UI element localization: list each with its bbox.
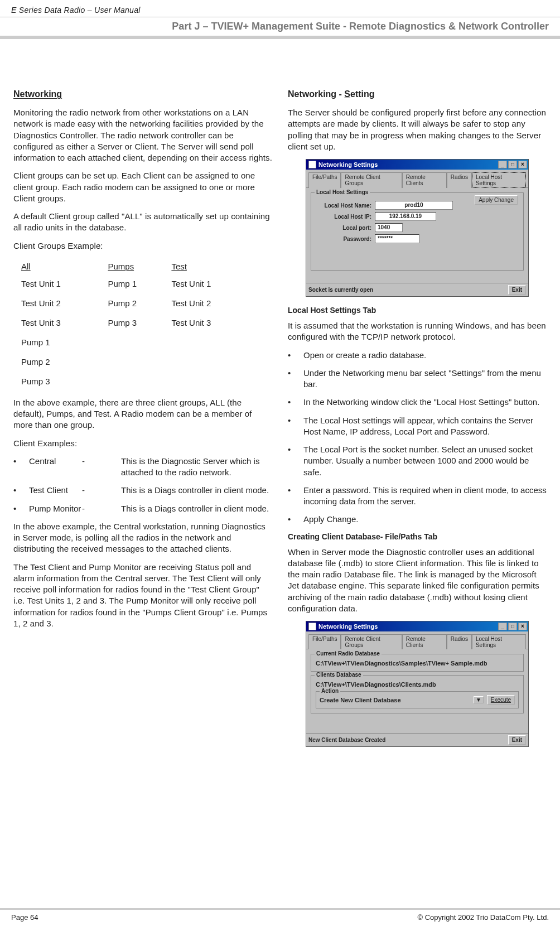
tab-radios[interactable]: Radios xyxy=(447,172,472,188)
cell: Test Unit 2 xyxy=(171,294,257,312)
rule-bar xyxy=(0,36,560,39)
client-row: • Test Client - This is a Diags controll… xyxy=(13,485,272,496)
tab-local-host-settings[interactable]: Local Host Settings xyxy=(472,634,526,649)
local-host-settings-heading: Local Host Settings Tab xyxy=(288,306,547,315)
exit-button[interactable]: Exit xyxy=(508,735,526,745)
bullet: • xyxy=(288,397,303,408)
networking-settings-dialog-2: Networking Settings _ □ × File/Paths Rem… xyxy=(306,621,529,747)
cell: Pump 1 xyxy=(21,333,107,351)
tab-body: Current Radio Database C:\TView+\TViewDi… xyxy=(306,649,528,733)
para: The Test Client and Pump Monitor are rec… xyxy=(13,562,272,630)
titlebar[interactable]: Networking Settings _ □ × xyxy=(306,160,528,170)
tabstrip: File/Paths Remote Client Groups Remote C… xyxy=(306,631,528,649)
apply-change-button[interactable]: Apply Change xyxy=(475,195,518,205)
cell: Test Unit 1 xyxy=(21,274,107,293)
maximize-icon[interactable]: □ xyxy=(508,623,517,630)
client-groups-table: All Pumps Test Test Unit 1Pump 1Test Uni… xyxy=(20,258,258,392)
tab-remote-client-groups[interactable]: Remote Client Groups xyxy=(341,172,402,188)
para: Client Examples: xyxy=(13,438,272,449)
client-name: Test Client xyxy=(29,485,82,496)
groupbox-title: Current Radio Database xyxy=(315,650,382,657)
step: Enter a password. This is required when … xyxy=(303,485,547,508)
groupbox-title: Action xyxy=(320,688,340,694)
host-ip-input[interactable]: 192.168.0.19 xyxy=(375,212,436,221)
execute-button[interactable]: Execute xyxy=(487,695,515,705)
lbl-host-ip: Local Host IP: xyxy=(316,214,371,220)
client-desc: This is a Diags controller in client mod… xyxy=(121,503,272,514)
networking-setting-heading: Networking - Setting xyxy=(288,89,547,99)
chevron-down-icon[interactable]: ▼ xyxy=(474,696,484,703)
status-bar: New Client Database Created Exit xyxy=(306,733,528,746)
para: When in Server mode the Diagnostic contr… xyxy=(288,547,547,615)
client-row: • Pump Monitor - This is a Diags control… xyxy=(13,503,272,514)
tab-body: Local Host Settings Apply Change Local H… xyxy=(306,188,528,283)
tabstrip: File/Paths Remote Client Groups Remote C… xyxy=(306,170,528,188)
tab-file-paths[interactable]: File/Paths xyxy=(308,172,341,188)
tab-remote-clients[interactable]: Remote Clients xyxy=(402,172,447,188)
para: Client groups can be set up. Each Client… xyxy=(13,170,272,204)
cell xyxy=(108,353,170,371)
close-icon[interactable]: × xyxy=(518,161,527,168)
bullet: • xyxy=(288,444,303,478)
client-desc: This is a Diags controller in client mod… xyxy=(121,485,272,496)
dash: - xyxy=(82,503,121,514)
bullet: • xyxy=(13,485,29,496)
cell xyxy=(171,372,257,390)
cell: Pump 2 xyxy=(21,353,107,371)
password-input[interactable]: ******* xyxy=(375,234,419,243)
exit-button[interactable]: Exit xyxy=(508,285,526,295)
tab-remote-clients[interactable]: Remote Clients xyxy=(402,634,447,649)
groupbox-title: Local Host Settings xyxy=(315,189,370,195)
th-test: Test xyxy=(171,259,257,273)
left-column: Networking Monitoring the radio network … xyxy=(13,89,272,756)
cell: Pump 3 xyxy=(108,314,170,332)
right-column: Networking - Setting The Server should b… xyxy=(288,89,547,756)
minimize-icon[interactable]: _ xyxy=(498,161,507,168)
local-port-input[interactable]: 1040 xyxy=(375,223,403,232)
th-pumps: Pumps xyxy=(108,259,170,273)
networking-settings-dialog-1: Networking Settings _ □ × File/Paths Rem… xyxy=(306,159,529,297)
app-icon xyxy=(308,161,316,168)
client-name: Pump Monitor xyxy=(29,503,82,514)
tab-local-host-settings[interactable]: Local Host Settings xyxy=(472,172,526,188)
host-name-input[interactable]: prod10 xyxy=(375,201,453,210)
app-icon xyxy=(308,623,316,630)
creating-client-db-heading: Creating Client Database- File/Paths Tab xyxy=(288,532,547,541)
para: In the above example, the Central workst… xyxy=(13,521,272,555)
bullet: • xyxy=(288,368,303,390)
bullet: • xyxy=(288,350,303,361)
close-icon[interactable]: × xyxy=(518,623,527,630)
para: A default Client group called "ALL" is a… xyxy=(13,211,272,234)
step: Under the Networking menu bar select "Se… xyxy=(303,368,547,390)
status-text: New Client Database Created xyxy=(308,737,385,743)
part-title: Part J – TVIEW+ Management Suite - Remot… xyxy=(0,17,560,36)
titlebar[interactable]: Networking Settings _ □ × xyxy=(306,621,528,631)
minimize-icon[interactable]: _ xyxy=(498,623,507,630)
tab-file-paths[interactable]: File/Paths xyxy=(308,634,341,649)
dash: - xyxy=(82,456,121,479)
footer: Page 64 © Copyright 2002 Trio DataCom Pt… xyxy=(0,908,560,922)
maximize-icon[interactable]: □ xyxy=(508,161,517,168)
cell xyxy=(171,353,257,371)
tab-remote-client-groups[interactable]: Remote Client Groups xyxy=(341,634,402,649)
status-text: Socket is currently open xyxy=(308,287,373,293)
radio-db-path: C:\TView+\TViewDiagnostics\Samples\TView… xyxy=(316,660,519,667)
action-dropdown[interactable]: Create New Client Database xyxy=(320,697,474,703)
para: The Server should be configured properly… xyxy=(288,107,547,152)
client-row: • Central - This is the Diagnostic Serve… xyxy=(13,456,272,479)
cell: Test Unit 3 xyxy=(21,314,107,332)
para: Monitoring the radio network from other … xyxy=(13,107,272,163)
cell: Test Unit 1 xyxy=(171,274,257,293)
groupbox-title: Clients Database xyxy=(315,672,363,678)
page-number: Page 64 xyxy=(11,913,38,922)
step: In the Networking window click the "Loca… xyxy=(303,397,547,408)
client-desc: This is the Diagnostic Server which is a… xyxy=(121,456,272,479)
para: It is assumed that the workstation is ru… xyxy=(288,320,547,343)
step: Apply Change. xyxy=(303,514,547,525)
bullet: • xyxy=(288,415,303,438)
step: Open or create a radio database. xyxy=(303,350,547,361)
para: In the above example, there are three cl… xyxy=(13,397,272,431)
tab-radios[interactable]: Radios xyxy=(447,634,472,649)
cell: Pump 1 xyxy=(108,274,170,293)
lbl-password: Password: xyxy=(316,236,371,242)
